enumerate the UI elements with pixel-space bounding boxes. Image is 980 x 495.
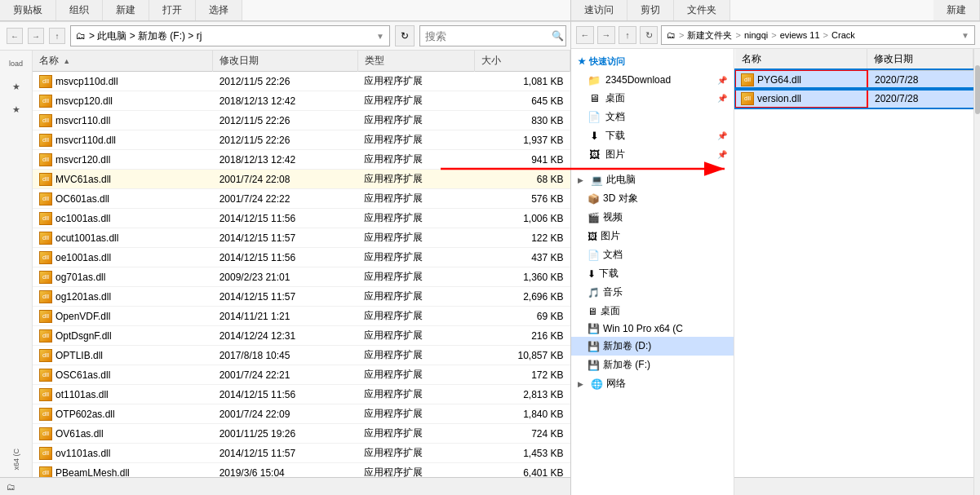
right-up-button[interactable]: ↑ (619, 26, 636, 44)
address-breadcrumb[interactable]: 🗂 > 此电脑 > 新加卷 (F:) > rj ▼ (70, 25, 390, 46)
dll-icon: dll (39, 310, 52, 323)
tab-new[interactable]: 新建 (103, 0, 149, 20)
table-row[interactable]: dll ov1101as.dll 2014/12/15 11:57 应用程序扩展… (33, 444, 570, 463)
table-row[interactable]: dll OpenVDF.dll 2014/11/21 1:21 应用程序扩展 6… (33, 307, 570, 326)
pin-icon: 📌 (717, 76, 727, 85)
table-row[interactable]: dll oe1001as.dll 2014/12/15 11:56 应用程序扩展… (33, 248, 570, 267)
file-icon: dll OPTLIB.dll (39, 349, 103, 362)
table-row[interactable]: dll msvcr120.dll 2018/12/13 12:42 应用程序扩展… (33, 150, 570, 170)
table-row[interactable]: dll og1201as.dll 2014/12/15 11:57 应用程序扩展… (33, 287, 570, 307)
dll-icon: dll (39, 427, 52, 440)
table-row[interactable]: dll og701as.dll 2009/2/23 21:01 应用程序扩展 1… (33, 267, 570, 287)
tab-clipboard[interactable]: 剪贴板 (0, 0, 56, 20)
refresh-button[interactable]: ↻ (395, 25, 415, 46)
col-name[interactable]: 名称 ▲ (33, 51, 213, 72)
tab-select[interactable]: 选择 (196, 0, 242, 20)
right-tab-folder[interactable]: 文件夹 (674, 0, 730, 20)
file-name-cell: dll OPTLIB.dll (33, 346, 213, 365)
tree-item-music[interactable]: 🎵 音乐 (571, 283, 734, 302)
file-modified: 2014/12/15 11:57 (213, 228, 358, 248)
qa-item-label-2: 桌面 (605, 91, 625, 105)
table-row[interactable]: dll msvcr110.dll 2012/11/5 22:26 应用程序扩展 … (33, 111, 570, 130)
tree-item-pc[interactable]: ▶ 💻 此电脑 (571, 170, 734, 189)
scroll-thumb[interactable] (975, 65, 980, 114)
tree-item-dD[interactable]: 💾 新加卷 (D:) (571, 337, 734, 356)
pin-star-2[interactable]: ★ (7, 99, 26, 119)
search-input[interactable] (419, 25, 566, 46)
table-row[interactable]: dll OSC61as.dll 2001/7/24 22:21 应用程序扩展 1… (33, 365, 570, 385)
table-row[interactable]: dll OC601as.dll 2001/7/24 22:22 应用程序扩展 5… (33, 189, 570, 209)
right-content: ★ 快速访问 📁 2345Download 📌 🖥 桌面 📌 📄 文档 (571, 49, 980, 495)
table-row[interactable]: dll OptDsgnF.dll 2014/12/24 12:31 应用程序扩展… (33, 326, 570, 346)
right-back-button[interactable]: ← (576, 26, 594, 44)
search-icon[interactable]: 🔍 (552, 30, 564, 42)
right-forward-button[interactable]: → (597, 26, 615, 44)
right-tab-new[interactable]: 新建 (933, 0, 980, 20)
right-tab-access[interactable]: 速访问 (571, 0, 627, 20)
file-type: 应用程序扩展 (357, 150, 474, 170)
tree-item-desk[interactable]: 🖥 桌面 (571, 302, 734, 320)
col-size[interactable]: 大小 (474, 51, 570, 72)
table-row[interactable]: dll PYG64.dll 2020/7/28 (735, 70, 973, 89)
table-row[interactable]: dll ocut1001as.dll 2014/12/15 11:57 应用程序… (33, 228, 570, 248)
file-type: 应用程序扩展 (357, 365, 474, 385)
table-row[interactable]: dll msvcr110d.dll 2012/11/5 22:26 应用程序扩展… (33, 130, 570, 150)
right-scrollbar[interactable] (973, 49, 980, 495)
tree-item-dl[interactable]: ⬇ 下载 (571, 264, 734, 283)
col-type[interactable]: 类型 (357, 51, 474, 72)
qa-item-docs[interactable]: 📄 文档 (571, 108, 734, 126)
dropdown-arrow-icon[interactable]: ▼ (376, 32, 384, 41)
table-row[interactable]: dll ot1101as.dll 2014/12/15 11:56 应用程序扩展… (33, 385, 570, 404)
qa-item-2345[interactable]: 📁 2345Download 📌 (571, 71, 734, 89)
table-row[interactable]: dll OPTLIB.dll 2017/8/18 10:45 应用程序扩展 10… (33, 346, 570, 365)
file-size: 2,696 KB (474, 287, 570, 307)
file-modified: 2001/7/24 22:22 (213, 189, 358, 209)
file-name: OpenVDF.dll (55, 311, 110, 322)
load-pin[interactable]: load (7, 54, 26, 73)
table-row[interactable]: dll version.dll 2020/7/28 (735, 89, 973, 108)
file-modified: 2014/12/15 11:56 (213, 248, 358, 267)
tree-item-video[interactable]: 🎬 视频 (571, 208, 734, 227)
forward-button[interactable]: → (28, 28, 44, 44)
tree-item-dF[interactable]: 💾 新加卷 (F:) (571, 356, 734, 374)
pin-icon-2: 📌 (717, 94, 727, 103)
right-col-name[interactable]: 名称 (735, 49, 867, 70)
qa-item-pictures[interactable]: 🖼 图片 📌 (571, 145, 734, 164)
file-name: msvcp110d.dll (55, 76, 118, 87)
file-name: ov1101as.dll (55, 448, 110, 459)
qa-item-downloads[interactable]: ⬇ 下载 📌 (571, 126, 734, 145)
tree-item-win[interactable]: 💾 Win 10 Pro x64 (C (571, 320, 734, 337)
table-row[interactable]: dll msvcp110d.dll 2012/11/5 22:26 应用程序扩展… (33, 72, 570, 91)
right-refresh-button[interactable]: ↻ (640, 26, 658, 44)
breadcrumb-part-3: eviews 11 (780, 30, 820, 40)
quick-access-title: ★ 快速访问 (571, 52, 734, 71)
right-col-modified[interactable]: 修改日期 (867, 49, 973, 70)
tree-item-network[interactable]: ▶ 🌐 网络 (571, 374, 734, 393)
up-button[interactable]: ↑ (49, 28, 65, 44)
tab-organize[interactable]: 组织 (56, 0, 103, 20)
tree-item-3d[interactable]: 📦 3D 对象 (571, 189, 734, 208)
table-row[interactable]: dll oc1001as.dll 2014/12/15 11:56 应用程序扩展… (33, 209, 570, 228)
pin-star-1[interactable]: ★ (7, 77, 26, 96)
tree-item-docs-2[interactable]: 📄 文档 (571, 245, 734, 264)
right-breadcrumb-dropdown-icon[interactable]: ▼ (961, 31, 969, 40)
table-row[interactable]: dll OTP602as.dll 2001/7/24 22:09 应用程序扩展 … (33, 404, 570, 424)
tree-item-pictures-2[interactable]: 🖼 图片 (571, 227, 734, 245)
box-icon: 📦 (588, 193, 600, 205)
pc-icon: 💻 (591, 175, 603, 186)
table-row[interactable]: dll MVC61as.dll 2001/7/24 22:08 应用程序扩展 6… (33, 170, 570, 189)
tab-open[interactable]: 打开 (149, 0, 196, 20)
qa-item-desktop[interactable]: 🖥 桌面 📌 (571, 89, 734, 108)
col-modified[interactable]: 修改日期 (213, 51, 358, 72)
table-row[interactable]: dll PBeamLMesh.dll 2019/3/6 15:04 应用程序扩展… (33, 463, 570, 478)
left-sidebar-label: x64 (C (12, 445, 20, 474)
desk-icon: 🖥 (588, 306, 597, 317)
table-row[interactable]: dll msvcp120.dll 2018/12/13 12:42 应用程序扩展… (33, 91, 570, 111)
file-icon: dll oe1001as.dll (39, 251, 111, 264)
table-row[interactable]: dll OV61as.dll 2001/11/25 19:26 应用程序扩展 7… (33, 424, 570, 444)
breadcrumb-part-4: Crack (831, 30, 855, 40)
right-address-breadcrumb[interactable]: 🗂 > 新建文件夹 > ningqi > eviews 11 > Crack ▼ (661, 25, 975, 45)
right-tab-cut[interactable]: 剪切 (627, 0, 674, 20)
back-button[interactable]: ← (7, 28, 23, 44)
dll-icon: dll (741, 92, 754, 105)
